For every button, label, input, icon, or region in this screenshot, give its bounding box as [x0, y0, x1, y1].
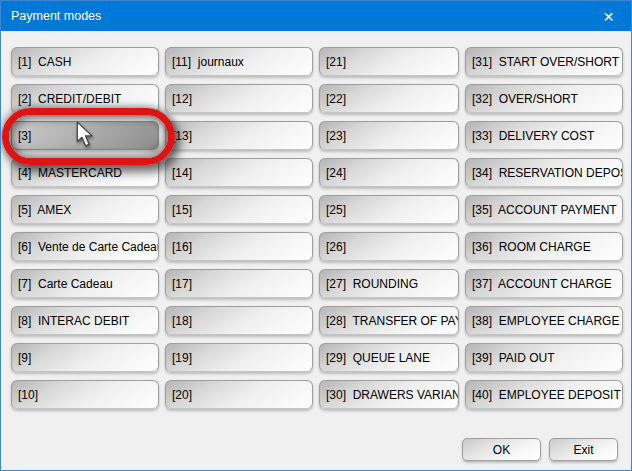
payment-mode-button-28[interactable]: [28] TRANSFER OF PAYMEI	[319, 306, 459, 335]
payment-mode-button-9[interactable]: [9]	[11, 343, 159, 372]
payment-mode-button-19[interactable]: [19]	[165, 343, 313, 372]
payment-mode-button-38[interactable]: [38] EMPLOYEE CHARGE	[465, 306, 623, 335]
ok-button[interactable]: OK	[462, 438, 541, 461]
payment-mode-button-24[interactable]: [24]	[319, 158, 459, 187]
payment-mode-button-35[interactable]: [35] ACCOUNT PAYMENT	[465, 195, 623, 224]
payment-mode-button-20[interactable]: [20]	[165, 380, 313, 409]
window-title: Payment modes	[11, 9, 101, 23]
payment-mode-button-10[interactable]: [10]	[11, 380, 159, 409]
payment-mode-button-37[interactable]: [37] ACCOUNT CHARGE	[465, 269, 623, 298]
payment-mode-button-36[interactable]: [36] ROOM CHARGE	[465, 232, 623, 261]
payment-mode-button-12[interactable]: [12]	[165, 84, 313, 113]
titlebar: Payment modes	[1, 1, 631, 31]
payment-mode-button-16[interactable]: [16]	[165, 232, 313, 261]
payment-mode-button-29[interactable]: [29] QUEUE LANE	[319, 343, 459, 372]
payment-mode-button-17[interactable]: [17]	[165, 269, 313, 298]
payment-mode-button-34[interactable]: [34] RESERVATION DEPOS	[465, 158, 623, 187]
payment-mode-button-13[interactable]: [13]	[165, 121, 313, 150]
payment-mode-button-27[interactable]: [27] ROUNDING	[319, 269, 459, 298]
payment-mode-button-30[interactable]: [30] DRAWERS VARIANCE	[319, 380, 459, 409]
payment-mode-button-3[interactable]: [3]	[11, 121, 159, 150]
payment-mode-button-7[interactable]: [7] Carte Cadeau	[11, 269, 159, 298]
payment-mode-button-1[interactable]: [1] CASH	[11, 47, 159, 76]
payment-mode-button-4[interactable]: [4] MASTERCARD	[11, 158, 159, 187]
payment-mode-button-15[interactable]: [15]	[165, 195, 313, 224]
payment-mode-button-23[interactable]: [23]	[319, 121, 459, 150]
payment-mode-button-11[interactable]: [11] journaux	[165, 47, 313, 76]
payment-mode-button-39[interactable]: [39] PAID OUT	[465, 343, 623, 372]
payment-mode-button-22[interactable]: [22]	[319, 84, 459, 113]
payment-mode-button-18[interactable]: [18]	[165, 306, 313, 335]
payment-mode-button-25[interactable]: [25]	[319, 195, 459, 224]
payment-mode-button-31[interactable]: [31] START OVER/SHORT	[465, 47, 623, 76]
payment-modes-dialog: Payment modes × [1] CASH[2] CREDIT/DEBIT…	[0, 0, 632, 471]
payment-mode-button-6[interactable]: [6] Vente de Carte Cadeau	[11, 232, 159, 261]
payment-mode-button-2[interactable]: [2] CREDIT/DEBIT	[11, 84, 159, 113]
payment-mode-button-40[interactable]: [40] EMPLOYEE DEPOSIT	[465, 380, 623, 409]
payment-modes-grid: [1] CASH[2] CREDIT/DEBIT[3][4] MASTERCAR…	[11, 47, 623, 409]
payment-mode-button-33[interactable]: [33] DELIVERY COST	[465, 121, 623, 150]
payment-mode-button-5[interactable]: [5] AMEX	[11, 195, 159, 224]
payment-mode-button-21[interactable]: [21]	[319, 47, 459, 76]
close-icon[interactable]: ×	[586, 1, 631, 31]
payment-mode-button-32[interactable]: [32] OVER/SHORT	[465, 84, 623, 113]
payment-mode-button-14[interactable]: [14]	[165, 158, 313, 187]
payment-mode-button-26[interactable]: [26]	[319, 232, 459, 261]
exit-button[interactable]: Exit	[549, 438, 618, 461]
payment-mode-button-8[interactable]: [8] INTERAC DEBIT	[11, 306, 159, 335]
